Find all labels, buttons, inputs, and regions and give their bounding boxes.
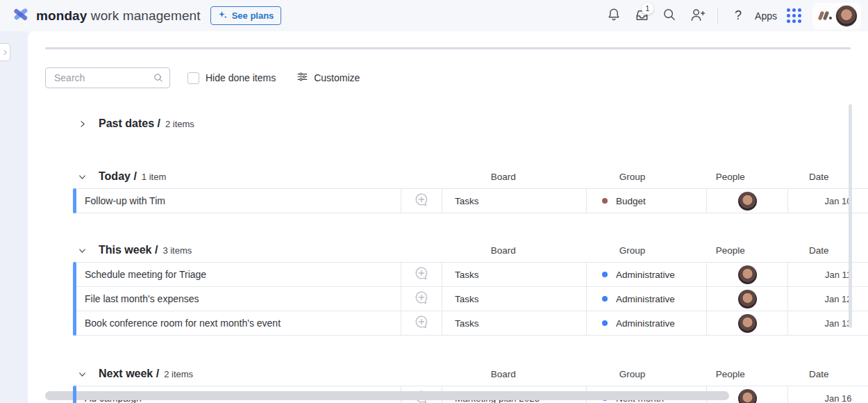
column-header-people: People <box>691 369 770 379</box>
toolbar: Hide done items Customize <box>45 67 868 88</box>
table-row[interactable]: File last month's expenses Tasks Adminis… <box>73 286 868 311</box>
board-cell[interactable]: Tasks <box>442 188 587 213</box>
add-update-cell[interactable] <box>401 311 442 336</box>
vertical-scrollbar[interactable] <box>849 104 852 328</box>
column-header-date: Date <box>770 172 868 182</box>
hide-done-checkbox[interactable] <box>187 72 199 84</box>
monday-logo-icon <box>11 5 30 26</box>
sparkle-icon <box>218 10 228 22</box>
column-header-board: Board <box>433 245 574 256</box>
people-cell[interactable] <box>707 286 788 311</box>
date-cell[interactable]: Jan 10 <box>788 188 868 213</box>
group-color-dot <box>602 320 608 326</box>
section-today: Today / 1 item Board Group People Date F… <box>45 167 868 213</box>
customize-label: Customize <box>314 72 360 83</box>
user-avatar[interactable] <box>836 6 857 26</box>
item-name[interactable]: Book conference room for next month's ev… <box>73 311 401 336</box>
item-name[interactable]: Follow-up with Tim <box>73 188 401 213</box>
section-count: 2 items <box>165 119 194 129</box>
add-update-icon[interactable] <box>414 314 429 332</box>
item-name[interactable]: Schedule meeting for Triage <box>73 262 401 287</box>
table-row[interactable]: Schedule meeting for Triage Tasks Admini… <box>73 262 868 287</box>
horizontal-scrollbar[interactable] <box>45 391 729 400</box>
column-header-board: Board <box>433 172 574 182</box>
person-add-icon <box>690 7 706 25</box>
panel-divider <box>45 47 851 49</box>
assignee-avatar[interactable] <box>738 389 757 403</box>
column-header-board: Board <box>433 369 574 379</box>
board-cell[interactable]: Tasks <box>442 262 587 287</box>
group-cell[interactable]: Administrative <box>587 262 707 287</box>
column-header-people: People <box>691 172 770 182</box>
date-cell[interactable]: Jan 12 <box>788 286 868 311</box>
group-label: Administrative <box>616 270 675 280</box>
product-switcher-button[interactable] <box>782 4 806 28</box>
chevron-down-icon[interactable] <box>76 368 87 379</box>
board-cell[interactable]: Tasks <box>442 286 587 311</box>
section-title: Next week / <box>99 368 159 380</box>
notifications-button[interactable] <box>602 4 626 28</box>
customize-button[interactable]: Customize <box>291 71 360 85</box>
group-label: Administrative <box>616 318 675 329</box>
chevron-right-icon[interactable] <box>76 118 87 129</box>
column-header-group: Group <box>574 245 691 256</box>
expand-sidebar-button[interactable] <box>0 43 10 61</box>
group-cell[interactable]: Administrative <box>587 311 707 336</box>
date-cell[interactable]: Jan 13 <box>788 311 868 336</box>
add-update-cell[interactable] <box>401 286 442 311</box>
account-profile[interactable] <box>812 3 861 29</box>
search-input[interactable] <box>45 67 170 88</box>
topbar-divider <box>717 8 718 24</box>
column-header-date: Date <box>770 369 868 379</box>
group-cell[interactable]: Administrative <box>587 286 707 311</box>
section-count: 3 items <box>162 245 192 256</box>
apps-button[interactable]: Apps <box>754 4 778 28</box>
app-title: monday work management <box>36 8 201 24</box>
help-button[interactable]: ? <box>726 4 750 28</box>
hide-done-toggle[interactable]: Hide done items <box>181 72 276 84</box>
my-work-panel: Hide done items Customize Past dates / 2… <box>28 31 868 403</box>
assignee-avatar[interactable] <box>738 290 757 309</box>
section-count: 1 item <box>142 172 166 182</box>
section-count: 2 items <box>164 369 193 379</box>
assignee-avatar[interactable] <box>738 192 757 211</box>
people-cell[interactable] <box>707 311 788 336</box>
board-cell[interactable]: Tasks <box>442 311 587 336</box>
inbox-button[interactable]: 1 <box>630 4 653 28</box>
group-label: Administrative <box>616 294 675 304</box>
assignee-avatar[interactable] <box>738 314 757 333</box>
item-name[interactable]: File last month's expenses <box>73 286 401 311</box>
add-update-cell[interactable] <box>401 262 442 287</box>
group-cell[interactable]: Budget <box>587 188 707 213</box>
add-update-icon[interactable] <box>414 192 429 210</box>
search-icon <box>662 7 677 24</box>
collapsed-sidebar <box>0 31 28 403</box>
section-this-week: This week / 3 items Board Group People D… <box>45 241 868 336</box>
date-cell[interactable]: Jan 16 <box>788 386 868 403</box>
see-plans-button[interactable]: See plans <box>210 6 282 25</box>
add-update-icon[interactable] <box>414 265 429 283</box>
grid-icon <box>787 8 801 23</box>
chevron-down-icon[interactable] <box>76 245 87 256</box>
section-past-dates: Past dates / 2 items <box>45 115 868 133</box>
workspace-logo-icon <box>819 11 832 20</box>
table-row[interactable]: Follow-up with Tim Tasks Budget Jan 10 <box>73 188 868 213</box>
hide-done-label: Hide done items <box>206 72 276 83</box>
group-color-dot <box>602 296 608 302</box>
chevron-down-icon[interactable] <box>76 171 87 182</box>
search-button[interactable] <box>658 4 681 28</box>
group-color-dot <box>602 198 608 204</box>
invite-members-button[interactable] <box>685 4 709 28</box>
people-cell[interactable] <box>707 262 788 287</box>
add-update-icon[interactable] <box>414 290 429 308</box>
column-header-group: Group <box>574 369 691 379</box>
add-update-cell[interactable] <box>401 188 442 213</box>
people-cell[interactable] <box>707 188 788 213</box>
table-row[interactable]: Book conference room for next month's ev… <box>73 311 868 336</box>
date-cell[interactable]: Jan 11 <box>788 262 868 287</box>
section-title: This week / <box>99 244 158 256</box>
column-header-people: People <box>691 245 770 256</box>
inbox-badge: 1 <box>642 3 653 15</box>
assignee-avatar[interactable] <box>738 265 757 284</box>
top-bar: monday work management See plans 1 <box>0 0 868 31</box>
